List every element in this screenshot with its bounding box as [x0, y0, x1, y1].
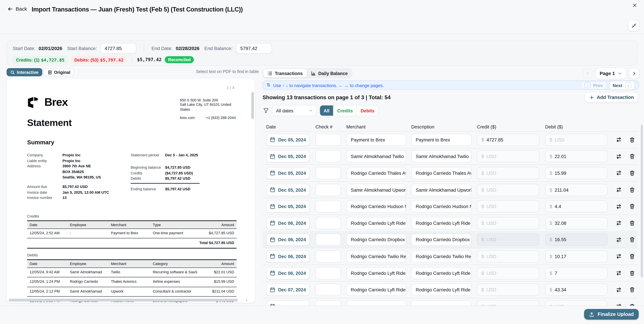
description-input[interactable]: Rodrigo Carriedo Thales Avionics: [411, 167, 472, 179]
date-input[interactable]: Dec 05, 2024: [266, 150, 310, 163]
scrollbar-thumb[interactable]: [9, 299, 238, 302]
delete-row-icon[interactable]: [628, 219, 636, 227]
merchant-input[interactable]: Samir Almokhamad Upwork: [346, 184, 406, 196]
pdf-horizontal-scrollbar[interactable]: ▸: [8, 299, 248, 302]
check-number-input[interactable]: [316, 217, 341, 229]
merchant-input[interactable]: Payment to Brex: [346, 134, 406, 146]
scroll-right-arrow-icon[interactable]: ▸: [246, 298, 248, 302]
swap-credit-debit-icon[interactable]: [615, 186, 622, 194]
tab-daily-balance[interactable]: Daily Balance: [307, 69, 352, 78]
delete-row-icon[interactable]: [628, 236, 636, 244]
credit-input[interactable]: $USD: [477, 284, 539, 296]
date-input[interactable]: Dec 05, 2024: [266, 167, 310, 179]
merchant-input[interactable]: Rodrigo Carriedo Twilio Re: [346, 250, 406, 263]
debit-input[interactable]: $4.4: [545, 200, 608, 213]
description-input[interactable]: Samir Almokhamad Twilio: [411, 150, 472, 163]
check-number-input[interactable]: [316, 300, 341, 306]
swap-credit-debit-icon[interactable]: [615, 286, 622, 294]
merchant-input[interactable]: [346, 300, 406, 306]
date-input[interactable]: [266, 300, 310, 306]
swap-credit-debit-icon[interactable]: [615, 153, 622, 160]
collapse-view-button[interactable]: [628, 20, 640, 31]
check-number-input[interactable]: [316, 200, 341, 213]
description-input[interactable]: Rodrigo Carriedo Hudson News: [411, 200, 472, 213]
debit-input[interactable]: $USD: [545, 134, 608, 146]
swap-credit-debit-icon[interactable]: [615, 253, 622, 260]
swap-credit-debit-icon[interactable]: [615, 236, 622, 244]
credit-input[interactable]: $USD: [477, 250, 539, 263]
close-icon[interactable]: ✕: [632, 2, 637, 9]
filter-credits-button[interactable]: Credits: [333, 105, 356, 116]
swap-credit-debit-icon[interactable]: [615, 219, 622, 227]
debit-input[interactable]: $43.34: [545, 284, 608, 296]
check-number-input[interactable]: [316, 267, 341, 279]
debit-input[interactable]: $10.17: [545, 250, 608, 263]
credit-input[interactable]: $USD: [477, 167, 539, 179]
date-input[interactable]: Dec 06, 2024: [266, 250, 310, 263]
check-number-input[interactable]: [316, 284, 341, 296]
date-input[interactable]: Dec 07, 2024: [266, 284, 310, 296]
credit-input[interactable]: $USD: [477, 234, 539, 246]
description-input[interactable]: Rodrigo Carriedo Lyft Ride: [411, 267, 472, 279]
swap-credit-debit-icon[interactable]: [615, 269, 622, 277]
merchant-input[interactable]: Rodrigo Carriedo Hudson News: [346, 200, 406, 213]
credit-input[interactable]: $USD: [477, 217, 539, 229]
delete-row-icon[interactable]: [628, 136, 636, 143]
swap-credit-debit-icon[interactable]: [615, 136, 622, 143]
filter-funnel-icon[interactable]: [263, 108, 269, 113]
pdf-viewer[interactable]: 1 / 4 Brex 650 S 500 W. Suite 209 Salt L…: [6, 79, 255, 303]
start-balance-input[interactable]: 4727.85: [100, 43, 136, 54]
description-input[interactable]: Payment to Brex: [411, 134, 472, 146]
delete-row-icon[interactable]: [628, 269, 636, 277]
next-page-button[interactable]: [629, 68, 639, 79]
delete-row-icon[interactable]: [628, 253, 636, 260]
transactions-list[interactable]: Dec 05, 2024 Payment to Brex Payment to …: [262, 131, 637, 306]
tab-transactions[interactable]: Transactions: [263, 69, 307, 78]
check-number-input[interactable]: [316, 167, 341, 179]
debit-input[interactable]: $15.99: [545, 167, 608, 179]
description-input[interactable]: Samir Almokhamad Upwork: [411, 184, 472, 196]
merchant-input[interactable]: Rodrigo Carriedo Lyft Ride: [346, 267, 406, 279]
credit-input[interactable]: $USD: [477, 200, 539, 213]
check-number-input[interactable]: [316, 150, 341, 163]
delete-row-icon[interactable]: [628, 170, 636, 177]
credit-input[interactable]: $4727.85: [477, 134, 539, 146]
scrollbar-thumb[interactable]: [252, 92, 254, 119]
credit-input[interactable]: $USD: [477, 150, 539, 163]
check-number-input[interactable]: [316, 250, 341, 263]
previous-page-button[interactable]: [583, 68, 592, 78]
original-view-button[interactable]: Original: [43, 68, 74, 76]
pdf-vertical-scrollbar[interactable]: [252, 80, 254, 293]
debit-input[interactable]: $211.04: [545, 184, 608, 196]
filter-debits-button[interactable]: Debits: [356, 105, 378, 116]
add-transaction-button[interactable]: Add Transaction: [584, 92, 639, 103]
delete-row-icon[interactable]: [628, 286, 636, 294]
swap-credit-debit-icon[interactable]: [615, 203, 622, 210]
next-transaction-button[interactable]: Next ↓: [609, 81, 635, 90]
finalize-upload-button[interactable]: Finalize Upload: [584, 309, 639, 320]
merchant-input[interactable]: Rodrigo Carriedo Lyft Ride: [346, 217, 406, 229]
debit-input[interactable]: $22.01: [545, 150, 608, 163]
credit-input[interactable]: $USD: [477, 300, 539, 306]
scrollbar-thumb[interactable]: [641, 125, 643, 277]
transactions-scrollbar[interactable]: [641, 122, 643, 306]
interactive-view-button[interactable]: Interactive: [6, 68, 42, 76]
debit-input[interactable]: $USD: [545, 300, 608, 306]
credit-input[interactable]: $USD: [477, 184, 539, 196]
date-input[interactable]: Dec 06, 2024: [266, 267, 310, 279]
merchant-input[interactable]: Samir Almokhamad Twilio: [346, 150, 406, 163]
debit-input[interactable]: $32.08: [545, 217, 608, 229]
debit-input[interactable]: $7: [545, 267, 608, 279]
date-input[interactable]: Dec 05, 2024: [266, 134, 310, 146]
swap-credit-debit-icon[interactable]: [615, 170, 622, 177]
date-input[interactable]: Dec 06, 2024: [266, 234, 310, 246]
description-input[interactable]: Rodrigo Carriedo Lyft Ride: [411, 284, 472, 296]
merchant-input[interactable]: Rodrigo Carriedo Lyft Ride: [346, 284, 406, 296]
merchant-input[interactable]: Rodrigo Carriedo Dropbox: [346, 234, 406, 246]
description-input[interactable]: Rodrigo Carriedo Twilio Re: [411, 250, 472, 263]
debit-input[interactable]: $16.55: [545, 234, 608, 246]
description-input[interactable]: Rodrigo Carriedo Dropbox: [411, 234, 472, 246]
delete-row-icon[interactable]: [628, 203, 636, 210]
check-number-input[interactable]: [316, 184, 341, 196]
credit-input[interactable]: $USD: [477, 267, 539, 279]
